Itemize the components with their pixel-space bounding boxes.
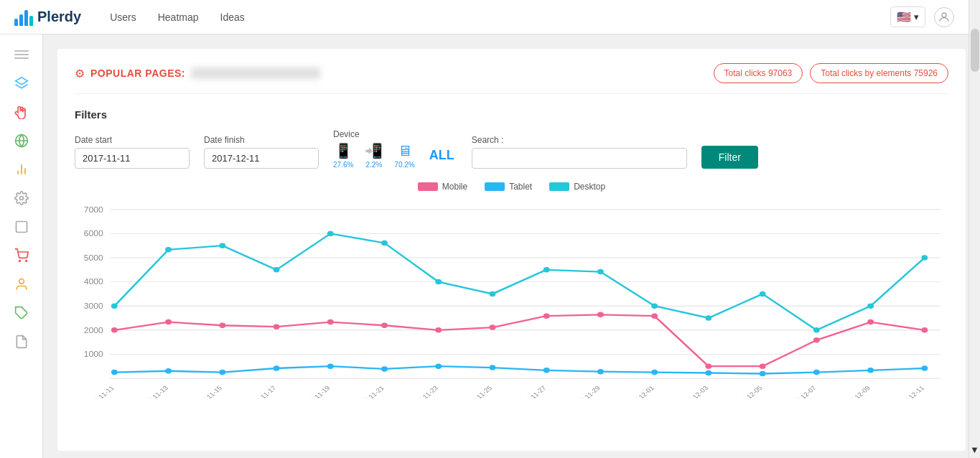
total-clicks-elements-badge[interactable]: Total clicks by elements 75926: [810, 63, 948, 83]
desktop-icon: 🖥: [398, 143, 412, 159]
sidebar-item-cart[interactable]: [6, 243, 37, 268]
sidebar-item-chart[interactable]: [6, 156, 37, 182]
svg-point-69: [490, 365, 496, 370]
device-desktop[interactable]: 🖥 70.2%: [394, 143, 414, 169]
filter-button[interactable]: Filter: [701, 146, 758, 169]
mobile-icon: 📱: [335, 142, 353, 159]
svg-point-49: [274, 324, 280, 329]
bar4: [29, 16, 33, 26]
svg-point-70: [543, 368, 550, 373]
svg-point-13: [19, 279, 24, 284]
svg-text:6000: 6000: [84, 230, 103, 238]
svg-point-40: [651, 303, 658, 308]
mobile-pct: 27.6%: [333, 161, 353, 169]
sidebar-item-box[interactable]: [6, 214, 37, 240]
tablet-line: [114, 366, 924, 373]
scrollbar[interactable]: ▼: [969, 0, 980, 458]
device-mobile[interactable]: 📱 27.6%: [333, 142, 353, 169]
svg-text:2017-11-15: 2017-11-15: [192, 385, 224, 398]
svg-point-74: [760, 371, 766, 376]
nav-ideas[interactable]: Ideas: [220, 11, 245, 23]
sidebar-item-layers[interactable]: [6, 70, 37, 96]
svg-point-68: [435, 363, 442, 368]
total-clicks-badge[interactable]: Total clicks 97063: [714, 63, 803, 83]
chart-svg: .grid-line { stroke: #e0e0e0; stroke-wid…: [75, 197, 948, 398]
svg-point-44: [867, 303, 874, 308]
svg-text:2017-12-01: 2017-12-01: [625, 385, 656, 398]
svg-point-66: [327, 363, 334, 368]
scroll-down-arrow[interactable]: ▼: [969, 441, 980, 458]
date-finish-label: Date finish: [204, 135, 319, 145]
svg-point-31: [165, 247, 172, 252]
nav-heatmap[interactable]: Heatmap: [158, 11, 199, 23]
svg-point-37: [490, 291, 496, 296]
svg-text:4000: 4000: [84, 278, 103, 286]
svg-point-59: [813, 337, 820, 342]
sidebar-item-settings[interactable]: [6, 185, 37, 211]
device-group: Device 📱 27.6% 📲 2.2% 🖥: [333, 129, 457, 169]
filters-row: Date start Date finish Device 📱 27.6%: [75, 129, 948, 169]
svg-text:2017-12-09: 2017-12-09: [840, 385, 872, 398]
legend-mobile-label: Mobile: [442, 182, 467, 192]
svg-rect-2: [14, 54, 29, 55]
svg-text:2017-11-19: 2017-11-19: [300, 385, 332, 398]
svg-text:2017-11-13: 2017-11-13: [138, 385, 169, 398]
svg-point-41: [705, 315, 711, 320]
language-selector[interactable]: 🇺🇸 ▾: [890, 6, 925, 27]
top-navigation: Plerdy Users Heatmap Ideas 🇺🇸 ▾: [0, 0, 969, 34]
scrollbar-thumb[interactable]: [971, 29, 979, 72]
svg-point-33: [274, 267, 280, 272]
user-account-button[interactable]: [934, 7, 954, 27]
page-layout: ⚙ POPULAR PAGES: Total clicks 97063 Tota…: [0, 34, 980, 458]
search-input[interactable]: [472, 148, 687, 169]
svg-point-63: [165, 368, 172, 373]
page-title-area: ⚙ POPULAR PAGES:: [75, 67, 320, 80]
svg-marker-4: [15, 78, 27, 85]
svg-point-67: [381, 366, 388, 371]
svg-text:7000: 7000: [84, 205, 103, 213]
svg-point-48: [219, 323, 225, 328]
date-start-group: Date start: [75, 135, 190, 169]
svg-text:5000: 5000: [84, 254, 103, 262]
page-header-row: ⚙ POPULAR PAGES: Total clicks 97063 Tota…: [75, 63, 948, 94]
filters-label: Filters: [75, 108, 948, 121]
device-options: 📱 27.6% 📲 2.2% 🖥 70.2% ALL: [333, 142, 457, 169]
nav-links: Users Heatmap Ideas: [110, 11, 890, 23]
chart-svg-wrapper: .grid-line { stroke: #e0e0e0; stroke-wid…: [75, 197, 948, 401]
svg-point-53: [490, 324, 496, 330]
search-group: Search :: [472, 135, 687, 169]
date-finish-input[interactable]: [204, 148, 319, 169]
nav-users[interactable]: Users: [110, 11, 136, 23]
device-tablet[interactable]: 📲 2.2%: [365, 142, 383, 169]
nav-right: 🇺🇸 ▾: [890, 6, 954, 27]
svg-text:1000: 1000: [84, 350, 103, 358]
svg-point-36: [435, 279, 442, 284]
device-all-button[interactable]: ALL: [426, 148, 457, 163]
svg-point-43: [813, 327, 820, 332]
sidebar-item-tag[interactable]: [6, 300, 37, 326]
tablet-dots: [111, 363, 928, 376]
svg-point-45: [921, 255, 928, 260]
sidebar-item-hand[interactable]: [6, 99, 37, 125]
header-badges: Total clicks 97063 Total clicks by eleme…: [714, 63, 948, 83]
main-content: ⚙ POPULAR PAGES: Total clicks 97063 Tota…: [43, 34, 980, 458]
legend-mobile: Mobile: [418, 182, 467, 192]
svg-rect-3: [14, 57, 29, 59]
svg-point-55: [597, 312, 604, 317]
svg-point-65: [274, 365, 280, 370]
gear-icon: ⚙: [75, 67, 85, 80]
chart-container: Mobile Tablet Desktop: [75, 182, 948, 401]
sidebar-item-menu[interactable]: [6, 42, 37, 67]
svg-point-58: [760, 363, 766, 368]
svg-point-30: [111, 303, 118, 308]
sidebar-item-globe[interactable]: [6, 128, 37, 154]
legend-mobile-color: [418, 182, 438, 191]
bar1: [14, 19, 18, 26]
logo[interactable]: Plerdy: [14, 9, 81, 26]
legend-tablet-color: [485, 182, 505, 191]
sidebar-item-user[interactable]: [6, 271, 37, 297]
date-start-input[interactable]: [75, 148, 190, 169]
sidebar-item-pages[interactable]: [6, 329, 37, 355]
svg-point-39: [597, 269, 604, 274]
legend-desktop-label: Desktop: [574, 182, 605, 192]
